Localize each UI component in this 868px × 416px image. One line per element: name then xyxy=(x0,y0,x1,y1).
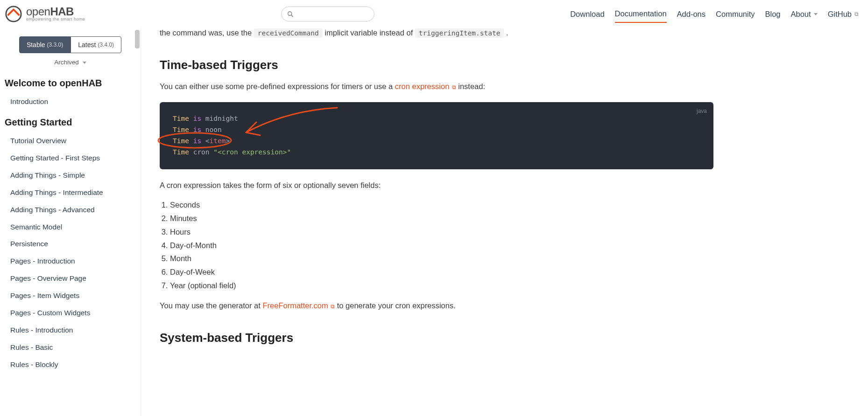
text: implicit variable instead of xyxy=(325,28,415,37)
code-line: Time is <item> xyxy=(173,136,700,147)
code-line: Time is midnight xyxy=(173,113,700,125)
sidebar-link[interactable]: Pages - Overview Page xyxy=(0,270,141,287)
search-icon xyxy=(287,11,293,17)
paragraph-cron-intro: A cron expression takes the form of six … xyxy=(160,179,713,192)
svg-line-2 xyxy=(291,15,293,16)
link-cron-expression[interactable]: cron expression ⧉ xyxy=(395,82,458,90)
sidebar-link[interactable]: Persistence xyxy=(0,236,141,253)
sidebar-link[interactable]: Semantic Model xyxy=(0,219,141,236)
text: You may use the generator at xyxy=(160,301,262,310)
openhab-logo-icon xyxy=(5,5,22,23)
version-archived-label: Archived xyxy=(54,59,79,66)
version-tabs: Stable (3.3.0) Latest (3.4.0) xyxy=(0,36,141,53)
brand-text: openHAB empowering the smart home xyxy=(26,6,85,21)
code-block-time-triggers: java Time is midnight Time is noon Time … xyxy=(160,102,713,169)
list-item: Minutes xyxy=(170,212,713,225)
nav-community[interactable]: Community xyxy=(716,6,732,22)
code-line: Time cron "<cron expression>" xyxy=(173,147,700,158)
sidebar-scrollbar[interactable] xyxy=(135,30,140,49)
sidebar-link[interactable]: Pages - Custom Widgets xyxy=(0,305,141,322)
search-input[interactable] xyxy=(293,10,368,18)
list-item: Day-of-Week xyxy=(170,265,713,279)
version-tab-stable-ver: (3.3.0) xyxy=(47,42,64,48)
sidebar-link[interactable]: Pages - Item Widgets xyxy=(0,287,141,305)
sidebar-link[interactable]: Adding Things - Advanced xyxy=(0,201,141,219)
top-header: openHAB empowering the smart home Downlo… xyxy=(0,0,732,28)
sidebar-link[interactable]: Pages - Introduction xyxy=(0,253,141,270)
code-inline-triggeringitemstate: triggeringItem.state xyxy=(415,28,504,38)
list-item: Month xyxy=(170,252,713,265)
list-item: Year (optional field) xyxy=(170,279,713,292)
sidebar: Stable (3.3.0) Latest (3.4.0) Archived W… xyxy=(0,28,141,351)
external-link-icon: ⧉ xyxy=(450,84,456,90)
text: to generate your cron expressions. xyxy=(337,301,456,310)
sidebar-section-welcome: Welcome to openHAB xyxy=(0,71,141,93)
top-nav: Download Documentation Add-ons Community… xyxy=(570,6,732,23)
version-tab-latest-label: Latest xyxy=(78,41,96,49)
code-line: Time is noon xyxy=(173,125,700,136)
nav-addons[interactable]: Add-ons xyxy=(677,6,706,22)
list-item: Seconds xyxy=(170,198,713,212)
link-label: FreeFormatter.com xyxy=(262,301,328,310)
version-tab-latest[interactable]: Latest (3.4.0) xyxy=(71,36,121,53)
brand-word-hab: HAB xyxy=(50,5,74,18)
brand-tagline: empowering the smart home xyxy=(26,17,85,21)
heading-time-based-triggers: Time-based Triggers xyxy=(160,58,713,72)
code-language-label: java xyxy=(697,107,707,116)
brand-word-open: open xyxy=(26,5,50,18)
text: instead: xyxy=(458,82,485,90)
list-item: Hours xyxy=(170,225,713,239)
sidebar-link[interactable]: Tutorial Overview xyxy=(0,132,141,150)
sidebar-link[interactable]: Adding Things - Intermediate xyxy=(0,184,141,201)
sidebar-link[interactable]: Rules - Basic xyxy=(0,339,141,351)
heading-system-based-triggers: System-based Triggers xyxy=(160,331,713,345)
sidebar-link-introduction[interactable]: Introduction xyxy=(0,93,141,111)
sidebar-section-getting-started: Getting Started xyxy=(0,111,141,132)
link-freeformatter[interactable]: FreeFormatter.com ⧉ xyxy=(262,301,337,310)
version-tab-stable-label: Stable xyxy=(27,41,45,49)
text: . xyxy=(506,28,508,37)
cron-fields-list: Seconds Minutes Hours Day-of-Month Month… xyxy=(170,198,713,292)
link-label: cron expression xyxy=(395,82,449,90)
paragraph-generator: You may use the generator at FreeFormatt… xyxy=(160,299,713,312)
external-link-icon: ⧉ xyxy=(329,303,335,310)
nav-download[interactable]: Download xyxy=(570,6,604,22)
search-box[interactable] xyxy=(281,7,374,21)
code-inline-receivedcommand: receivedCommand xyxy=(254,28,323,38)
chevron-down-icon xyxy=(83,62,86,64)
brand-logo[interactable]: openHAB empowering the smart home xyxy=(5,5,85,23)
text: You can either use some pre-defined expr… xyxy=(160,82,395,90)
sidebar-link[interactable]: Rules - Introduction xyxy=(0,322,141,339)
search-wrap xyxy=(85,7,571,21)
nav-documentation[interactable]: Documentation xyxy=(615,6,667,23)
version-tab-latest-ver: (3.4.0) xyxy=(98,42,114,48)
list-item: Day-of-Month xyxy=(170,239,713,252)
main-content: The Member of trigger only works with It… xyxy=(141,0,732,351)
version-archived[interactable]: Archived xyxy=(0,56,141,71)
version-tab-stable[interactable]: Stable (3.3.0) xyxy=(19,36,71,53)
paragraph-time-intro: You can either use some pre-defined expr… xyxy=(160,80,713,93)
sidebar-link[interactable]: Getting Started - First Steps xyxy=(0,150,141,167)
sidebar-link[interactable]: Adding Things - Simple xyxy=(0,167,141,184)
